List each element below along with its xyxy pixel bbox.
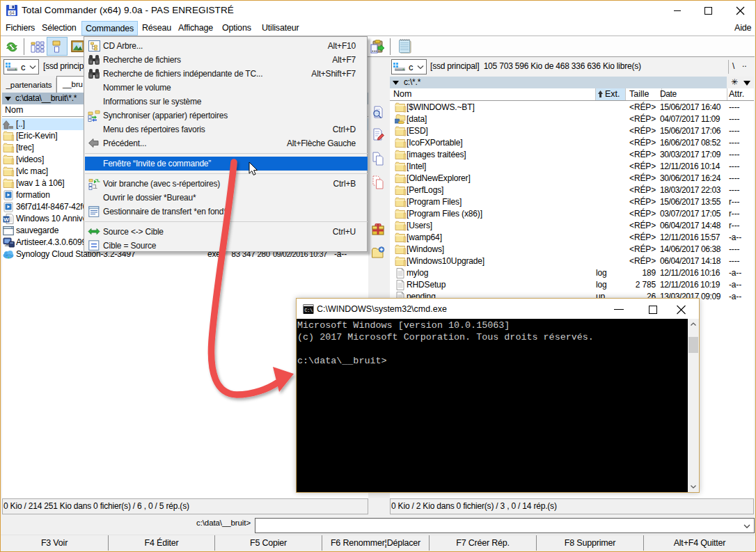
- svg-text:64: 64: [9, 10, 15, 15]
- svg-text:C:\: C:\: [304, 308, 313, 313]
